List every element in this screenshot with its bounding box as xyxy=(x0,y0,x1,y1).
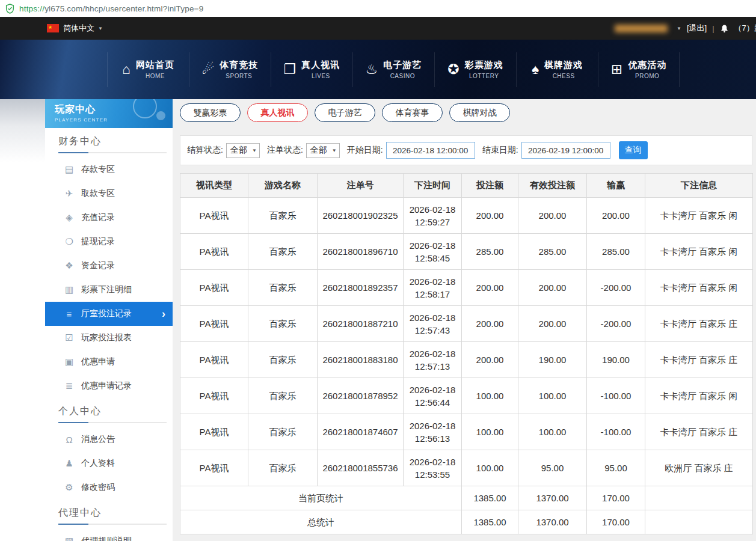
sidebar-item-promo-apply[interactable]: ▣ 优惠申请 xyxy=(45,350,173,374)
sidebar-item-label: 厅室投注记录 xyxy=(81,308,132,319)
bell-icon[interactable] xyxy=(720,24,729,33)
sidebar-item-lottery-bet-details[interactable]: ▥ 彩票下注明细 xyxy=(45,278,173,302)
sidebar-item-recharge-records[interactable]: ◈ 充值记录 xyxy=(45,206,173,230)
caret-down-icon[interactable]: ▼ xyxy=(677,26,681,31)
recharge-icon: ◈ xyxy=(63,212,75,223)
cell-game-name: 百家乐 xyxy=(248,198,318,234)
sidebar-item-label: 资金记录 xyxy=(81,260,115,271)
summary-winloss-total: 170.00 xyxy=(587,510,645,534)
cell-bet-amount: 100.00 xyxy=(462,414,518,450)
cell-game-name: 百家乐 xyxy=(248,342,318,378)
funds-icon: ❖ xyxy=(63,260,75,271)
url-text[interactable]: https://yl675.com/hhcp/usercenter.html?i… xyxy=(19,4,203,13)
sidebar-item-promo-apply-records[interactable]: ≣ 优惠申请记录 xyxy=(45,374,173,398)
cell-bet-time: 2026-02-18 12:57:43 xyxy=(404,306,462,342)
cards-icon: ❐ xyxy=(284,63,297,76)
nav-label-en: SPORTS xyxy=(220,73,258,79)
cell-win-loss: -100.00 xyxy=(587,378,645,414)
sidebar-item-change-password[interactable]: ⚙ 修改密码 xyxy=(45,475,173,500)
summary-winloss-total: 170.00 xyxy=(587,486,645,510)
sidebar-item-label: 优惠申请记录 xyxy=(81,381,132,391)
caret-down-icon: ▼ xyxy=(98,26,103,31)
secure-shield-icon xyxy=(5,4,14,14)
cell-bet-amount: 285.00 xyxy=(462,234,518,270)
sidebar-item-deposit[interactable]: ▤ 存款专区 xyxy=(45,157,173,182)
order-status-value: 全部 xyxy=(310,145,327,156)
nav-item-lives[interactable]: ❐ 真人视讯LIVES xyxy=(271,52,352,87)
home-icon: ⌂ xyxy=(122,63,131,76)
ticket-icon: ▣ xyxy=(63,356,75,367)
sidebar-item-funds-records[interactable]: ❖ 资金记录 xyxy=(45,254,173,278)
language-label: 简体中文 xyxy=(63,23,94,34)
username-redacted[interactable] xyxy=(615,25,668,32)
tab-live-video[interactable]: 真人视讯 xyxy=(247,103,308,122)
sidebar-item-withdraw[interactable]: ✈ 取款专区 xyxy=(45,182,173,206)
cell-win-loss: 95.00 xyxy=(587,450,645,486)
cell-bet-time: 2026-02-18 12:57:13 xyxy=(404,342,462,378)
sidebar-item-agent-rules[interactable]: ▧ 代理规则说明 xyxy=(45,529,173,541)
sidebar-item-label: 修改密码 xyxy=(81,482,115,493)
settle-status-value: 全部 xyxy=(230,145,247,156)
section-rule xyxy=(58,422,167,423)
sidebar-item-withdraw-records[interactable]: ❍ 提现记录 xyxy=(45,230,173,254)
start-date-input[interactable] xyxy=(386,142,475,159)
browser-address-bar[interactable]: https://yl675.com/hhcp/usercenter.html?i… xyxy=(0,0,756,17)
summary-bet-total: 1385.00 xyxy=(462,510,518,534)
settle-status-label: 结算状态: xyxy=(187,145,223,156)
cell-game-name: 百家乐 xyxy=(248,306,318,342)
tab-sports-events[interactable]: 体育赛事 xyxy=(382,103,443,122)
cell-bet-time: 2026-02-18 12:59:27 xyxy=(404,198,462,234)
cell-valid-bet: 200.00 xyxy=(518,306,587,342)
nav-item-casino[interactable]: ♨ 电子游艺CASINO xyxy=(352,52,434,87)
tab-shuangying-lottery[interactable]: 雙赢彩票 xyxy=(180,103,241,122)
user-area: ▼ [退出] | （7）新消息 xyxy=(615,17,756,40)
cell-bet-amount: 200.00 xyxy=(462,342,518,378)
tab-chess-battle[interactable]: 棋牌对战 xyxy=(449,103,510,122)
nav-item-sports[interactable]: ☄ 体育竞技SPORTS xyxy=(189,52,271,87)
nav-item-promo[interactable]: ⊞ 优惠活动PROMO xyxy=(598,52,680,87)
nav-label-zh: 网站首页 xyxy=(136,60,174,71)
deposit-icon: ▤ xyxy=(63,164,75,175)
summary-label: 总统计 xyxy=(180,510,462,534)
cell-valid-bet: 95.00 xyxy=(518,450,587,486)
sports-icon: ☄ xyxy=(202,63,215,76)
cell-bet-id: 260218001896710 xyxy=(318,234,404,270)
settle-status-select[interactable]: 全部 ▼ xyxy=(226,143,260,158)
tab-electronic-games[interactable]: 电子游艺 xyxy=(315,103,375,122)
query-button[interactable]: 查询 xyxy=(619,141,648,159)
caret-down-icon: ▼ xyxy=(252,148,257,153)
nav-item-chess[interactable]: ♠ 棋牌游戏CHESS xyxy=(516,52,598,87)
col-video-type: 视讯类型 xyxy=(180,174,248,198)
sidebar-item-profile[interactable]: ♟ 个人资料 xyxy=(45,451,173,475)
col-bet-amount: 投注额 xyxy=(462,174,518,198)
section-rule xyxy=(58,152,167,153)
end-date-input[interactable] xyxy=(521,142,610,159)
logout-link[interactable]: [退出] xyxy=(687,23,707,34)
sidebar-item-player-bet-report[interactable]: ☑ 玩家投注报表 xyxy=(45,326,173,350)
section-rule xyxy=(58,524,167,525)
cell-win-loss: 285.00 xyxy=(587,234,645,270)
section-agent: 代理中心 ▧ 代理规则说明 xyxy=(45,500,173,541)
order-status-select[interactable]: 全部 ▼ xyxy=(306,143,340,158)
cell-bet-id: 260218001902325 xyxy=(318,198,404,234)
new-messages-link[interactable]: （7）新消息 xyxy=(734,23,756,34)
nav-label-en: HOME xyxy=(136,73,174,79)
nav-item-home[interactable]: ⌂ 网站首页HOME xyxy=(107,52,189,87)
cell-bet-info: 卡卡湾厅 百家乐 闲 xyxy=(645,234,753,270)
cell-win-loss: -200.00 xyxy=(587,306,645,342)
cell-bet-info: 卡卡湾厅 百家乐 庄 xyxy=(645,414,753,450)
hall-records-icon: ≡ xyxy=(63,309,75,319)
bell-icon: Ω xyxy=(63,435,75,445)
col-valid-bet-amount: 有效投注额 xyxy=(518,174,587,198)
sidebar-item-hall-bet-records[interactable]: ≡ 厅室投注记录 › xyxy=(45,302,173,326)
sidebar-item-label: 存款专区 xyxy=(81,164,115,175)
cell-bet-time: 2026-02-18 12:58:45 xyxy=(404,234,462,270)
sidebar-item-messages[interactable]: Ω 消息公告 xyxy=(45,427,173,451)
cell-bet-id: 260218001892357 xyxy=(318,270,404,306)
nav-item-lottery[interactable]: ✪ 彩票游戏LOTTERY xyxy=(434,52,516,87)
cell-video-type: PA视讯 xyxy=(180,198,248,234)
language-selector[interactable]: ★ 简体中文 ▼ xyxy=(47,17,103,40)
list-icon: ▥ xyxy=(63,284,75,295)
cell-valid-bet: 100.00 xyxy=(518,414,587,450)
end-date-label: 结束日期: xyxy=(482,145,518,156)
